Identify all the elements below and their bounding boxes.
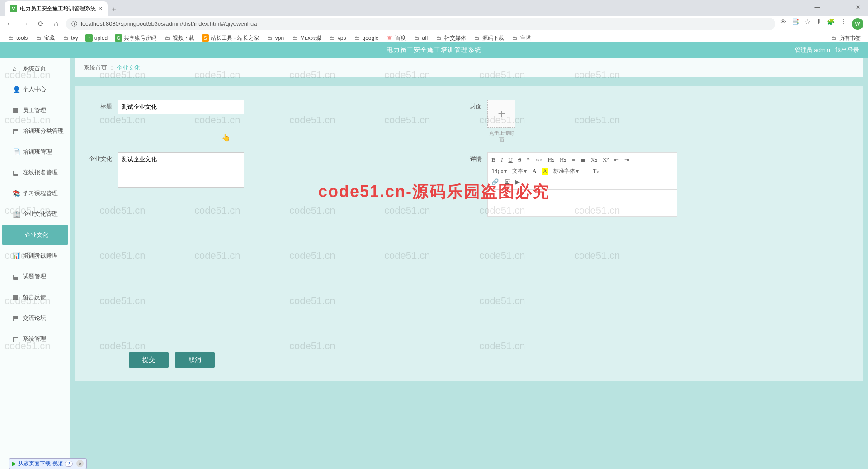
nav-forward-icon: → xyxy=(20,19,31,29)
nav-home-icon[interactable]: ⌂ xyxy=(51,19,61,29)
bookmark-folder[interactable]: 🗀社交媒体 xyxy=(433,33,469,43)
bookmark-all[interactable]: 🗀所有书签 xyxy=(827,33,863,43)
tab-close-icon[interactable]: × xyxy=(99,5,102,12)
strike-icon[interactable]: S xyxy=(518,156,521,164)
bold-icon[interactable]: B xyxy=(491,156,495,164)
play-icon: ▶ xyxy=(12,460,16,467)
bookmark-folder[interactable]: 🗀google xyxy=(350,33,381,42)
sidebar-item-course[interactable]: 📚学习课程管理 xyxy=(0,183,70,204)
bookmark-folder[interactable]: 🗀vpn xyxy=(264,33,287,42)
sidebar-item-enroll[interactable]: ▦在线报名管理 xyxy=(0,162,70,183)
clear-format-icon[interactable]: Tₓ xyxy=(593,168,599,175)
sidebar-item-feedback[interactable]: ▦留言反馈 xyxy=(0,287,70,308)
app-title: 电力员工安全施工培训管理系统 xyxy=(387,46,481,54)
font-format-select[interactable]: 文本 ▾ xyxy=(512,167,527,175)
bookmark-item[interactable]: S站长工具 - 站长之家 xyxy=(199,33,262,43)
building-icon: 🏢 xyxy=(13,211,20,218)
site-info-icon[interactable]: ⓘ xyxy=(71,20,77,28)
italic-icon[interactable]: I xyxy=(501,156,503,164)
ext-icon[interactable]: ⬇ xyxy=(816,18,821,30)
new-tab-button[interactable]: + xyxy=(108,3,120,16)
window-minimize-icon[interactable]: — xyxy=(807,0,827,14)
unordered-list-icon[interactable]: ≣ xyxy=(580,156,585,164)
h1-icon[interactable]: H₁ xyxy=(548,156,554,164)
sidebar-item-question[interactable]: ▦试题管理 xyxy=(0,266,70,287)
window-close-icon[interactable]: ✕ xyxy=(848,0,868,14)
sidebar-item-training[interactable]: 📄培训班管理 xyxy=(0,141,70,162)
grid-icon: ▦ xyxy=(13,314,19,322)
tab-bar: V 电力员工安全施工培训管理系统 × + — □ ✕ xyxy=(0,0,868,16)
bookmark-folder[interactable]: 🗀宝藏 xyxy=(32,33,57,43)
sidebar-item-culture[interactable]: 企业文化 xyxy=(2,225,68,245)
outdent-icon[interactable]: ⇤ xyxy=(614,156,619,164)
rich-editor-content[interactable] xyxy=(487,190,677,217)
bookmark-folder[interactable]: 🗀宝塔 xyxy=(509,33,534,43)
profile-avatar-icon[interactable]: W xyxy=(852,18,863,30)
h2-icon[interactable]: H₂ xyxy=(560,156,566,164)
video-icon[interactable]: ▶ xyxy=(515,178,520,186)
cancel-button[interactable]: 取消 xyxy=(175,352,215,368)
nav-back-icon[interactable]: ← xyxy=(5,19,15,29)
sidebar-item-staff[interactable]: ▦员工管理 xyxy=(0,100,70,121)
image-icon[interactable]: 🖼 xyxy=(504,178,510,186)
grid-icon: ▦ xyxy=(13,169,19,176)
window-maximize-icon[interactable]: □ xyxy=(827,0,848,14)
download-bar[interactable]: ▶ 从该页面下载 视频 2 ✕ xyxy=(9,458,87,469)
upload-hint: 点击上传封面 xyxy=(487,130,515,143)
bookmark-item[interactable]: G共享账号密码 xyxy=(112,33,159,43)
font-size-select[interactable]: 14px ▾ xyxy=(491,168,507,174)
bookmark-folder[interactable]: 🗀视频下载 xyxy=(161,33,197,43)
link-icon[interactable]: 🔗 xyxy=(491,178,499,186)
bookmark-folder[interactable]: 🗀tools xyxy=(5,33,30,42)
grid-icon: ▦ xyxy=(13,127,19,135)
underline-icon[interactable]: U xyxy=(508,156,512,164)
title-input[interactable] xyxy=(118,100,244,114)
nav-reload-icon[interactable]: ⟳ xyxy=(35,19,46,29)
sidebar-item-culture-mgmt[interactable]: 🏢企业文化管理 xyxy=(0,204,70,225)
user-icon: 👤 xyxy=(13,86,20,93)
bookmark-folder[interactable]: 🗀txy xyxy=(59,33,80,42)
browser-tab[interactable]: V 电力员工安全施工培训管理系统 × xyxy=(5,1,108,16)
home-icon: ⌂ xyxy=(13,65,16,72)
app-root: 电力员工安全施工培训管理系统 管理员 admin 退出登录 ⌂系统首页 👤个人中… xyxy=(0,42,868,469)
logout-link[interactable]: 退出登录 xyxy=(835,46,859,54)
bookmark-folder[interactable]: 🗀aff xyxy=(410,33,431,42)
bookmark-item[interactable]: 百百度 xyxy=(383,33,409,43)
superscript-icon[interactable]: X² xyxy=(603,156,609,164)
extensions-icon[interactable]: 🧩 xyxy=(827,18,835,30)
bookmark-item[interactable]: ↑uplod xyxy=(83,33,110,42)
culture-textarea[interactable] xyxy=(118,152,244,188)
quote-icon[interactable]: ❝ xyxy=(527,156,530,164)
subscript-icon[interactable]: X₂ xyxy=(591,156,597,164)
download-close-icon[interactable]: ✕ xyxy=(76,460,84,467)
font-family-select[interactable]: 标准字体 ▾ xyxy=(553,167,579,175)
sidebar-item-profile[interactable]: 👤个人中心 xyxy=(0,79,70,100)
submit-button[interactable]: 提交 xyxy=(129,352,169,368)
bg-color-icon[interactable]: A xyxy=(542,168,548,175)
breadcrumb-home[interactable]: 系统首页 xyxy=(84,64,107,72)
text-color-icon[interactable]: A xyxy=(532,168,536,175)
ext-icon[interactable]: 📑 xyxy=(792,18,799,30)
admin-label[interactable]: 管理员 admin xyxy=(795,46,830,54)
menu-icon[interactable]: ⋮ xyxy=(840,18,846,30)
ext-icon[interactable]: ☆ xyxy=(805,18,811,30)
bookmark-folder[interactable]: 🗀vps xyxy=(326,33,349,42)
align-icon[interactable]: ≡ xyxy=(584,168,587,175)
bookmark-folder[interactable]: 🗀源码下载 xyxy=(471,33,507,43)
sidebar-item-forum[interactable]: ▦交流论坛 xyxy=(0,308,70,328)
ext-icon[interactable]: 👁 xyxy=(780,18,786,30)
grid-icon: ▦ xyxy=(13,107,19,114)
sidebar-item-exam[interactable]: 📊培训考试管理 xyxy=(0,245,70,266)
code-icon[interactable]: </> xyxy=(535,157,542,163)
sidebar-item-system[interactable]: ▦系统管理 xyxy=(0,328,70,349)
title-label: 标题 xyxy=(84,100,118,113)
indent-icon[interactable]: ⇥ xyxy=(624,156,629,164)
ordered-list-icon[interactable]: ≡ xyxy=(571,156,575,164)
url-field[interactable]: ⓘ localhost:8080/springboot5b3os/admin/d… xyxy=(66,18,775,30)
grid-icon: ▦ xyxy=(13,294,19,301)
upload-cover-button[interactable]: + xyxy=(487,100,515,128)
bookmark-folder[interactable]: 🗀Max云煤 xyxy=(288,33,324,43)
sidebar-item-home[interactable]: ⌂系统首页 xyxy=(0,58,70,79)
sidebar-item-training-category[interactable]: ▦培训班分类管理 xyxy=(0,121,70,141)
cover-label: 封面 xyxy=(453,100,487,113)
